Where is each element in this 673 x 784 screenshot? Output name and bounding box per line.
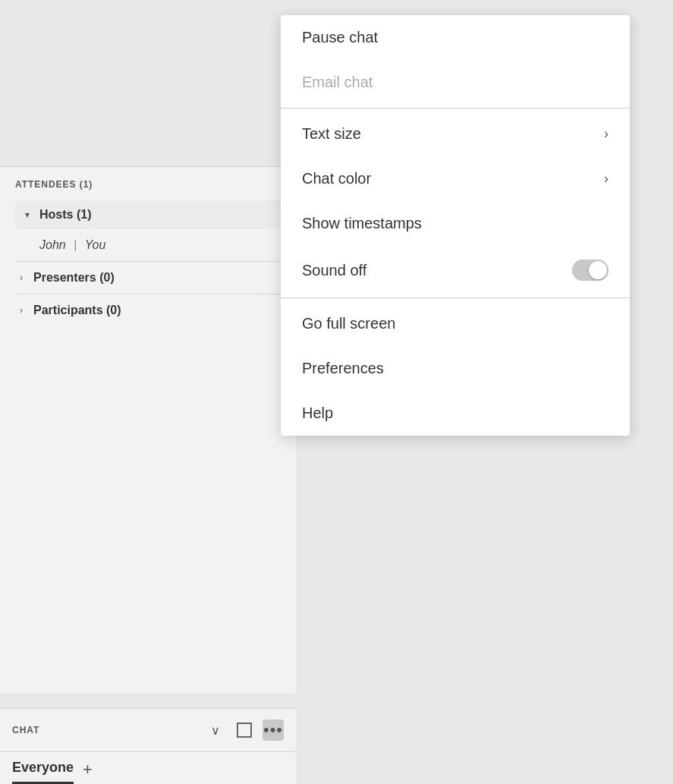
participants-chevron-icon: › bbox=[15, 304, 27, 316]
menu-arrow-text-size: › bbox=[604, 126, 609, 142]
menu-label-email-chat: Email chat bbox=[302, 74, 373, 91]
toggle-sound-off[interactable] bbox=[572, 260, 609, 281]
participants-group[interactable]: › Participants (0) bbox=[15, 296, 281, 325]
menu-item-go-full-screen[interactable]: Go full screen bbox=[281, 301, 630, 346]
tab-everyone-label: Everyone bbox=[12, 760, 74, 775]
hosts-label: Hosts (1) bbox=[39, 208, 91, 222]
presenters-chevron-icon: › bbox=[15, 272, 27, 284]
chat-chevron-down-button[interactable]: ∨ bbox=[205, 719, 226, 741]
presenters-label: Presenters (0) bbox=[33, 271, 115, 285]
menu-label-help: Help bbox=[302, 405, 333, 422]
participants-label: Participants (0) bbox=[33, 304, 121, 317]
menu-label-chat-color: Chat color bbox=[302, 170, 371, 187]
chat-tabs: Everyone + bbox=[0, 752, 296, 784]
menu-item-chat-color[interactable]: Chat color› bbox=[281, 156, 630, 201]
menu-separator-after-sound-off bbox=[281, 298, 630, 298]
menu-item-text-size[interactable]: Text size› bbox=[281, 112, 630, 156]
menu-label-sound-off: Sound off bbox=[302, 262, 366, 279]
chat-bar: CHAT ∨ ••• Everyone + bbox=[0, 708, 296, 784]
menu-item-email-chat: Email chat bbox=[281, 60, 630, 105]
host-member-john: John | You bbox=[15, 231, 281, 260]
attendees-header: ATTENDEES (1) bbox=[15, 179, 281, 190]
hosts-chevron-icon: ▾ bbox=[21, 209, 33, 221]
presenters-group[interactable]: › Presenters (0) bbox=[15, 263, 281, 292]
host-first-name: John bbox=[39, 238, 66, 251]
divider-1 bbox=[15, 261, 281, 262]
host-you-label: You bbox=[85, 238, 106, 251]
menu-label-pause-chat: Pause chat bbox=[302, 29, 378, 46]
chat-more-button[interactable]: ••• bbox=[263, 719, 284, 741]
menu-item-show-timestamps[interactable]: Show timestamps bbox=[281, 201, 630, 246]
tab-everyone[interactable]: Everyone bbox=[12, 760, 74, 784]
menu-item-help[interactable]: Help bbox=[281, 391, 630, 436]
add-tab-icon: + bbox=[83, 760, 93, 779]
menu-separator-after-email-chat bbox=[281, 108, 630, 109]
chat-title: CHAT bbox=[12, 725, 205, 735]
menu-label-preferences: Preferences bbox=[302, 360, 384, 377]
chat-header: CHAT ∨ ••• bbox=[0, 709, 296, 752]
menu-item-preferences[interactable]: Preferences bbox=[281, 346, 630, 391]
more-icon: ••• bbox=[263, 720, 283, 740]
chevron-down-icon: ∨ bbox=[211, 723, 220, 738]
menu-label-show-timestamps: Show timestamps bbox=[302, 215, 422, 232]
attendees-panel: ATTENDEES (1) ▾ Hosts (1) John | You › P… bbox=[0, 167, 296, 693]
chat-icons: ∨ ••• bbox=[205, 719, 284, 741]
divider-2 bbox=[15, 294, 281, 294]
menu-item-pause-chat[interactable]: Pause chat bbox=[281, 15, 630, 60]
add-tab-button[interactable]: + bbox=[83, 761, 93, 782]
hosts-group[interactable]: ▾ Hosts (1) bbox=[15, 200, 281, 229]
dropdown-menu: Pause chatEmail chatText size›Chat color… bbox=[281, 15, 630, 436]
menu-label-text-size: Text size bbox=[302, 125, 361, 143]
menu-label-go-full-screen: Go full screen bbox=[302, 315, 395, 332]
chat-expand-button[interactable] bbox=[234, 719, 255, 741]
toggle-knob-sound-off bbox=[589, 261, 607, 279]
host-separator: | bbox=[74, 238, 80, 251]
menu-item-sound-off[interactable]: Sound off bbox=[281, 246, 630, 294]
expand-icon bbox=[237, 723, 252, 738]
menu-arrow-chat-color: › bbox=[604, 171, 609, 187]
